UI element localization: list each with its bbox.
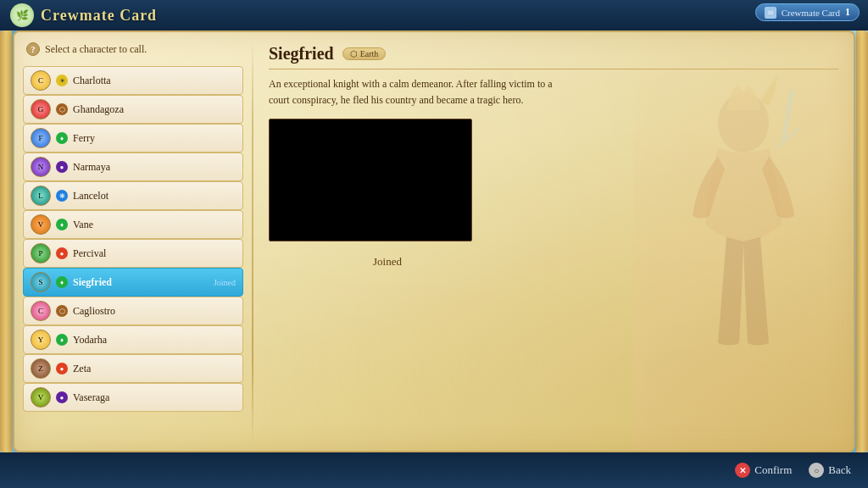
char-name-ghandagoza: Ghandagoza <box>73 103 236 116</box>
select-info-icon: ? <box>26 42 40 56</box>
char-name-vaseraga: Vaseraga <box>73 391 236 404</box>
char-element-icon-siegfried: ♦ <box>56 276 68 288</box>
char-avatar-vaseraga: V <box>31 387 51 408</box>
char-element-icon-lancelot: ❋ <box>56 190 68 202</box>
char-element-icon-charlotta: ☀ <box>56 75 68 86</box>
character-item-siegfried[interactable]: S♦SiegfriedJoined <box>23 268 243 297</box>
character-item-yodarha[interactable]: Y♦Yodarha <box>23 325 243 354</box>
char-element-icon-vaseraga: ● <box>56 391 68 403</box>
char-name-percival: Percival <box>73 247 236 260</box>
character-item-narmaya[interactable]: N●Narmaya <box>23 152 243 181</box>
select-label-area: ? Select a character to call. <box>23 42 243 56</box>
character-item-charlotta[interactable]: C☀Charlotta <box>23 66 243 95</box>
character-item-ferry[interactable]: F♦Ferry <box>23 124 243 152</box>
page-title: Crewmate Card <box>41 7 157 25</box>
character-list: C☀CharlottaG⬡GhandagozaF♦FerryN●NarmayaL… <box>23 66 243 412</box>
character-silhouette <box>650 72 837 411</box>
character-item-zeta[interactable]: Z●Zeta <box>23 354 243 383</box>
char-avatar-cagliostro: C <box>31 301 51 321</box>
char-element-icon-narmaya: ● <box>56 161 68 173</box>
char-name-ferry: Ferry <box>73 132 236 145</box>
detail-preview-video <box>269 119 472 241</box>
char-element-icon-percival: ● <box>56 247 68 259</box>
character-list-panel: ? Select a character to call. C☀Charlott… <box>14 32 252 451</box>
character-item-ghandagoza[interactable]: G⬡Ghandagoza <box>23 95 243 124</box>
char-avatar-charlotta: C <box>31 70 51 91</box>
confirm-button-label: Confirm <box>754 463 792 477</box>
char-name-cagliostro: Cagliostro <box>73 305 236 318</box>
char-name-vane: Vane <box>73 219 236 231</box>
char-element-icon-yodarha: ♦ <box>56 334 68 346</box>
char-name-zeta: Zeta <box>73 363 236 375</box>
back-button-icon: ○ <box>809 463 824 478</box>
detail-character-name: Siegfried <box>269 44 334 64</box>
char-avatar-ferry: F <box>31 128 51 148</box>
crewmate-card-badge: Crewmate Card 1 <box>755 3 860 21</box>
character-item-vaseraga[interactable]: V●Vaseraga <box>23 383 243 412</box>
char-element-icon-ghandagoza: ⬡ <box>56 103 68 115</box>
confirm-button-icon: ✕ <box>735 463 750 478</box>
char-element-icon-vane: ♦ <box>56 219 68 230</box>
char-element-icon-cagliostro: ⬡ <box>56 305 68 317</box>
detail-element-badge: ⬡ Earth <box>342 47 387 60</box>
select-label-text: Select a character to call. <box>45 43 147 56</box>
char-avatar-narmaya: N <box>31 157 51 177</box>
detail-status: Joined <box>269 255 506 269</box>
character-item-cagliostro[interactable]: C⬡Cagliostro <box>23 297 243 325</box>
back-button[interactable]: ○ Back <box>809 463 851 478</box>
svg-rect-0 <box>767 10 774 15</box>
char-name-narmaya: Narmaya <box>73 161 236 174</box>
detail-panel: Siegfried ⬡ Earth An exceptional knight … <box>253 32 854 451</box>
char-avatar-lancelot: L <box>31 186 51 206</box>
char-avatar-siegfried: S <box>31 272 51 292</box>
character-art-background <box>633 32 854 451</box>
char-avatar-ghandagoza: G <box>31 99 51 119</box>
char-name-siegfried: Siegfried <box>73 276 209 289</box>
badge-count: 1 <box>845 6 850 19</box>
char-joined-label-siegfried: Joined <box>214 278 236 287</box>
char-element-icon-zeta: ● <box>56 363 68 374</box>
char-name-lancelot: Lancelot <box>73 190 236 202</box>
element-icon: ⬡ <box>350 49 358 58</box>
scroll-left-decoration <box>0 30 12 452</box>
character-item-percival[interactable]: P●Percival <box>23 239 243 268</box>
main-panel: ? Select a character to call. C☀Charlott… <box>13 30 855 452</box>
char-element-icon-ferry: ♦ <box>56 132 68 144</box>
badge-icon <box>765 7 776 19</box>
char-name-yodarha: Yodarha <box>73 334 236 347</box>
badge-label: Crewmate Card <box>782 8 840 18</box>
character-item-lancelot[interactable]: L❋Lancelot <box>23 181 243 210</box>
char-avatar-yodarha: Y <box>31 330 51 350</box>
detail-description: An exceptional knight with a calm demean… <box>269 76 557 108</box>
element-label: Earth <box>360 49 379 58</box>
title-area: 🌿 Crewmate Card <box>0 3 157 27</box>
scroll-right-decoration <box>856 30 868 452</box>
character-item-vane[interactable]: V♦Vane <box>23 210 243 239</box>
char-avatar-zeta: Z <box>31 358 51 379</box>
char-avatar-vane: V <box>31 214 51 235</box>
char-name-charlotta: Charlotta <box>73 75 236 87</box>
top-bar: 🌿 Crewmate Card Crewmate Card 1 <box>0 0 868 30</box>
back-button-label: Back <box>828 463 851 477</box>
confirm-button[interactable]: ✕ Confirm <box>735 463 792 478</box>
bottom-bar: ✕ Confirm ○ Back <box>0 452 868 488</box>
title-icon: 🌿 <box>10 3 34 27</box>
char-avatar-percival: P <box>31 243 51 263</box>
